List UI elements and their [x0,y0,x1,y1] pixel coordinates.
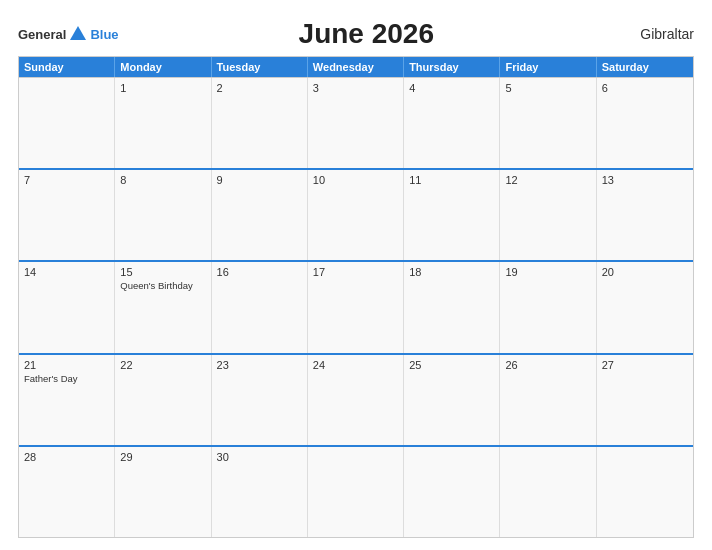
day-cell: 12 [500,170,596,260]
logo: General Blue [18,25,119,43]
day-number: 12 [505,174,590,186]
day-cell: 26 [500,355,596,445]
day-number: 23 [217,359,302,371]
day-number: 28 [24,451,109,463]
day-cell [597,447,693,537]
day-cell: 22 [115,355,211,445]
day-number: 22 [120,359,205,371]
day-cell: 3 [308,78,404,168]
day-header-saturday: Saturday [597,57,693,77]
day-cell: 4 [404,78,500,168]
day-cell: 21Father's Day [19,355,115,445]
logo-blue: Blue [90,27,118,42]
day-cell: 11 [404,170,500,260]
day-headers-row: SundayMondayTuesdayWednesdayThursdayFrid… [19,57,693,77]
day-cell: 2 [212,78,308,168]
day-number: 18 [409,266,494,278]
day-cell: 6 [597,78,693,168]
day-number: 29 [120,451,205,463]
day-cell: 30 [212,447,308,537]
week-row-3: 1415Queen's Birthday1617181920 [19,260,693,352]
day-header-wednesday: Wednesday [308,57,404,77]
holiday-label: Father's Day [24,373,109,384]
day-number: 19 [505,266,590,278]
day-cell: 29 [115,447,211,537]
day-number: 10 [313,174,398,186]
weeks-container: 123456789101112131415Queen's Birthday161… [19,77,693,537]
day-cell: 18 [404,262,500,352]
holiday-label: Queen's Birthday [120,280,205,291]
day-cell: 15Queen's Birthday [115,262,211,352]
day-cell: 24 [308,355,404,445]
day-number: 30 [217,451,302,463]
day-number: 16 [217,266,302,278]
day-cell: 9 [212,170,308,260]
day-number: 14 [24,266,109,278]
calendar-title: June 2026 [119,18,614,50]
day-number: 9 [217,174,302,186]
day-cell: 27 [597,355,693,445]
day-cell [500,447,596,537]
day-number: 21 [24,359,109,371]
header: General Blue June 2026 Gibraltar [18,18,694,50]
day-cell: 1 [115,78,211,168]
day-number: 3 [313,82,398,94]
day-number: 15 [120,266,205,278]
day-number: 26 [505,359,590,371]
week-row-4: 21Father's Day222324252627 [19,353,693,445]
day-cell: 13 [597,170,693,260]
day-cell [308,447,404,537]
week-row-1: 123456 [19,77,693,168]
day-cell [404,447,500,537]
day-number: 11 [409,174,494,186]
region-label: Gibraltar [614,26,694,42]
day-header-friday: Friday [500,57,596,77]
day-number: 24 [313,359,398,371]
day-header-sunday: Sunday [19,57,115,77]
week-row-2: 78910111213 [19,168,693,260]
calendar-page: General Blue June 2026 Gibraltar SundayM… [0,0,712,550]
day-cell: 16 [212,262,308,352]
day-cell [19,78,115,168]
day-cell: 20 [597,262,693,352]
day-number: 25 [409,359,494,371]
day-number: 7 [24,174,109,186]
day-number: 13 [602,174,688,186]
day-number: 27 [602,359,688,371]
day-cell: 23 [212,355,308,445]
day-number: 8 [120,174,205,186]
day-number: 17 [313,266,398,278]
day-header-monday: Monday [115,57,211,77]
day-number: 5 [505,82,590,94]
day-cell: 28 [19,447,115,537]
day-cell: 19 [500,262,596,352]
day-cell: 25 [404,355,500,445]
day-header-thursday: Thursday [404,57,500,77]
day-cell: 10 [308,170,404,260]
day-header-tuesday: Tuesday [212,57,308,77]
logo-triangle-icon [70,26,86,40]
day-number: 20 [602,266,688,278]
day-number: 4 [409,82,494,94]
day-cell: 17 [308,262,404,352]
day-cell: 8 [115,170,211,260]
logo-general: General [18,27,66,42]
day-number: 2 [217,82,302,94]
day-cell: 5 [500,78,596,168]
week-row-5: 282930 [19,445,693,537]
day-number: 1 [120,82,205,94]
calendar-grid: SundayMondayTuesdayWednesdayThursdayFrid… [18,56,694,538]
day-number: 6 [602,82,688,94]
day-cell: 14 [19,262,115,352]
day-cell: 7 [19,170,115,260]
